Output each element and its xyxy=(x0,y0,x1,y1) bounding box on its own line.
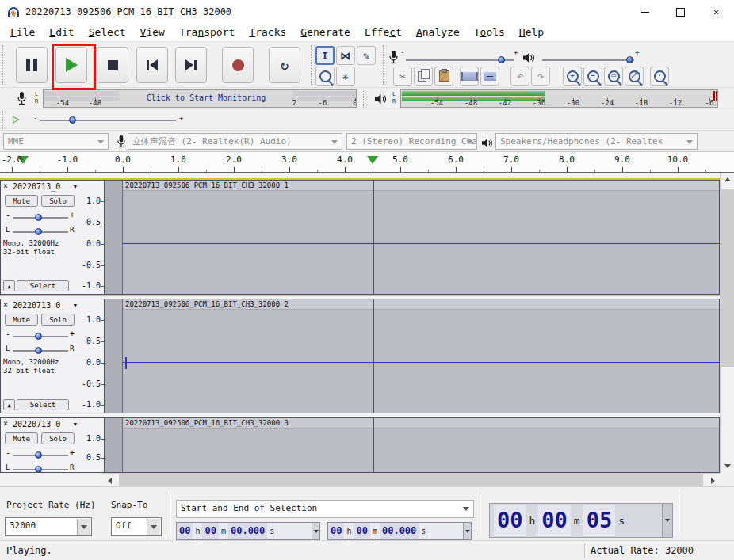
title-bar[interactable]: 20220713_092506_PCM_16_BIT_CH3_32000 ✕ xyxy=(0,0,734,24)
menu-item-transport[interactable]: Transport xyxy=(172,24,242,41)
scroll-up-arrow-icon[interactable] xyxy=(721,173,734,186)
track-title[interactable]: 20220713_0 xyxy=(13,182,60,191)
combo-arrow-icon[interactable] xyxy=(77,519,90,535)
playback-volume-slider[interactable] xyxy=(542,59,634,61)
record-button[interactable] xyxy=(222,47,254,83)
menu-item-edit[interactable]: Edit xyxy=(42,24,81,41)
play-speed-slider[interactable] xyxy=(40,120,176,121)
scroll-left-arrow-icon[interactable] xyxy=(103,474,117,486)
sel-end-minutes[interactable]: 00 xyxy=(354,523,369,539)
menu-item-file[interactable]: File xyxy=(3,24,42,41)
gain-slider-thumb[interactable] xyxy=(35,214,42,221)
copy-button[interactable] xyxy=(414,67,433,86)
play-button[interactable] xyxy=(55,47,87,83)
horizontal-scrollbar[interactable] xyxy=(103,473,720,486)
loop-button[interactable]: ↻ xyxy=(269,47,300,83)
sel-start-seconds[interactable]: 00.000 xyxy=(228,523,267,539)
audio-host-combo[interactable]: MME xyxy=(3,133,109,150)
sel-end-hours[interactable]: 00 xyxy=(328,523,344,539)
track-1[interactable]: × 20220713_0 ▼ Mute Solo - + L R Mono, 3… xyxy=(0,180,720,295)
envelope-tool-button[interactable]: ⋈ xyxy=(336,46,355,65)
track-close-icon[interactable]: × xyxy=(3,419,8,428)
field-arrow-icon[interactable] xyxy=(312,523,319,539)
redo-button[interactable]: ↷ xyxy=(531,67,550,86)
solo-button[interactable]: Solo xyxy=(41,432,75,444)
selection-end-field[interactable]: 00 h 00 m 00.000 s xyxy=(327,522,472,540)
track-2[interactable]: × 20220713_0 ▼ Mute Solo - + L R Mono, 3… xyxy=(0,299,720,413)
track-close-icon[interactable]: × xyxy=(3,181,8,190)
selection-tool-button[interactable]: I xyxy=(315,46,335,65)
position-hours[interactable]: 00 xyxy=(494,505,526,536)
zoom-fit-project-button[interactable]: ⤢ xyxy=(625,67,644,86)
track-control-panel[interactable]: × 20220713_0 ▼ Mute Solo - + L R xyxy=(1,418,81,472)
playback-device-combo[interactable]: Speakers/Headphones (2- Realtek xyxy=(495,133,698,150)
zoom-in-button[interactable]: + xyxy=(563,67,582,86)
toolbar-grip[interactable] xyxy=(2,45,6,85)
monitor-prompt[interactable]: Click to Start Monitoring xyxy=(120,91,292,105)
menu-item-tracks[interactable]: Tracks xyxy=(242,24,293,41)
toolbar-grip[interactable] xyxy=(363,90,367,108)
audio-clip[interactable]: 20220713_092506_PCM_16_BIT_CH3_32000 3 xyxy=(122,418,719,472)
skip-to-end-button[interactable] xyxy=(175,47,207,83)
select-button[interactable]: Select xyxy=(17,280,69,291)
zoom-to-selection-button[interactable]: ▭ xyxy=(604,67,623,86)
timeline-ruler[interactable]: -2.0-1.00.01.02.03.04.05.06.07.08.09.010… xyxy=(0,152,734,173)
track-menu-arrow-icon[interactable]: ▼ xyxy=(74,303,77,309)
track-title[interactable]: 20220713_0 xyxy=(13,301,60,310)
menu-item-select[interactable]: Select xyxy=(82,24,133,41)
track-menu-arrow-icon[interactable]: ▼ xyxy=(74,421,77,428)
track-vruler[interactable]: 1.00.50.0-0.5-1.0 xyxy=(80,181,105,294)
collapse-button[interactable]: ▲ xyxy=(3,280,15,291)
sel-start-hours[interactable]: 00 xyxy=(177,523,193,539)
menu-item-view[interactable]: View xyxy=(133,24,172,41)
recording-channels-combo[interactable]: 2 (Stereo) Recording Cha xyxy=(346,133,477,150)
position-minutes[interactable]: 00 xyxy=(538,505,571,536)
track-control-panel[interactable]: × 20220713_0 ▼ Mute Solo - + L R Mono, 3… xyxy=(1,181,81,294)
playhead-marker-icon[interactable] xyxy=(367,156,378,164)
selection-start-field[interactable]: 00 h 00 m 00.000 s xyxy=(176,522,320,540)
recording-meter[interactable]: -54-48-42-36-30-24-18-12-60 Click to Sta… xyxy=(43,89,357,108)
paste-button[interactable] xyxy=(434,67,453,86)
playback-volume-thumb[interactable] xyxy=(626,56,633,63)
skip-to-start-button[interactable] xyxy=(136,47,168,83)
track-3[interactable]: × 20220713_0 ▼ Mute Solo - + L R 1.00.50… xyxy=(0,417,720,473)
track-close-icon[interactable]: × xyxy=(3,300,8,309)
project-rate-combo[interactable]: 32000 xyxy=(5,517,92,536)
scroll-right-arrow-icon[interactable] xyxy=(706,474,720,486)
cut-button[interactable]: ✂ xyxy=(393,67,412,86)
vertical-scrollbar[interactable] xyxy=(720,173,734,473)
mute-button[interactable]: Mute xyxy=(5,195,38,207)
snap-to-combo[interactable]: Off xyxy=(111,517,162,536)
field-arrow-icon[interactable] xyxy=(662,504,672,537)
stop-button[interactable] xyxy=(97,47,128,83)
trim-audio-button[interactable] xyxy=(460,67,479,86)
zoom-toggle-button[interactable]: · xyxy=(650,67,669,86)
maximize-button[interactable] xyxy=(663,0,698,24)
toolbar-grip[interactable] xyxy=(383,45,387,85)
audio-clip[interactable]: 20220713_092506_PCM_16_BIT_CH3_32000 1 xyxy=(122,181,719,294)
playback-meter[interactable]: -54-48-42-36-30-24-18-12-6 xyxy=(400,89,718,108)
menu-item-effect[interactable]: Effect xyxy=(357,24,409,41)
scroll-down-arrow-icon[interactable] xyxy=(721,459,734,473)
menu-item-analyze[interactable]: Analyze xyxy=(409,24,467,41)
combo-arrow-icon[interactable] xyxy=(147,519,160,535)
pause-button[interactable] xyxy=(16,47,48,83)
track-menu-arrow-icon[interactable]: ▼ xyxy=(74,184,77,190)
undo-button[interactable]: ↶ xyxy=(510,67,529,86)
vertical-scroll-thumb[interactable] xyxy=(721,189,734,367)
toolbar-grip[interactable] xyxy=(311,45,315,85)
collapse-button[interactable]: ▲ xyxy=(3,399,15,410)
track-title[interactable]: 20220713_0 xyxy=(13,420,60,429)
gain-slider-thumb[interactable] xyxy=(35,451,42,459)
position-seconds[interactable]: 05 xyxy=(583,505,616,536)
sel-end-seconds[interactable]: 00.000 xyxy=(380,523,419,539)
zoom-out-button[interactable]: − xyxy=(583,67,602,86)
selection-mode-combo[interactable]: Start and End of Selection xyxy=(176,500,474,518)
mute-button[interactable]: Mute xyxy=(5,432,38,444)
track-waveform[interactable]: 20220713_092506_PCM_16_BIT_CH3_32000 3 xyxy=(105,418,719,472)
minimize-button[interactable] xyxy=(627,0,663,24)
close-button[interactable]: ✕ xyxy=(698,0,734,24)
track-waveform[interactable]: 20220713_092506_PCM_16_BIT_CH3_32000 1 xyxy=(105,181,719,294)
solo-button[interactable]: Solo xyxy=(41,314,75,326)
mute-button[interactable]: Mute xyxy=(5,314,38,326)
